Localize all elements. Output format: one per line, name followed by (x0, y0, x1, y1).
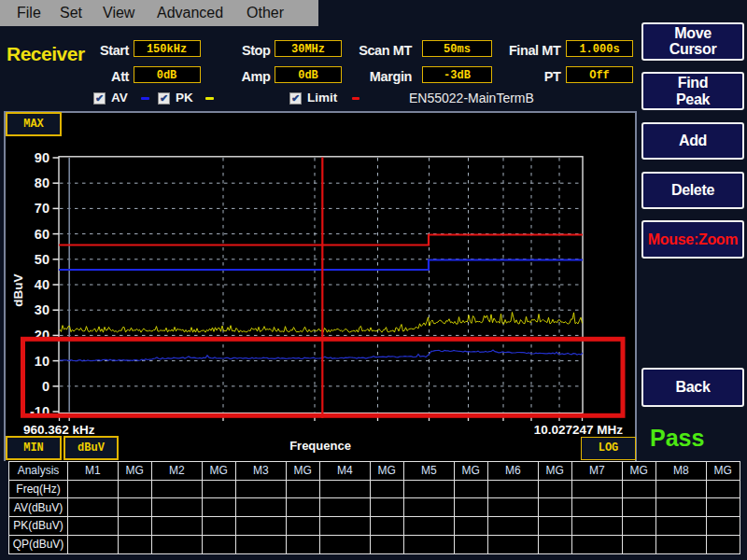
svg-text:0: 0 (42, 379, 49, 394)
svg-text:50: 50 (35, 252, 49, 267)
svg-text:dBuV: dBuV (11, 273, 25, 306)
svg-text:10: 10 (35, 354, 49, 369)
svg-text:40: 40 (35, 277, 49, 292)
svg-text:Frequence: Frequence (289, 439, 351, 453)
svg-text:80: 80 (35, 175, 49, 190)
svg-text:90: 90 (35, 150, 49, 165)
svg-text:960.362 kHz: 960.362 kHz (23, 423, 95, 437)
svg-text:30: 30 (35, 302, 49, 317)
svg-text:60: 60 (35, 227, 49, 242)
svg-text:10.027247 MHz: 10.027247 MHz (534, 423, 624, 437)
svg-text:70: 70 (35, 201, 49, 216)
